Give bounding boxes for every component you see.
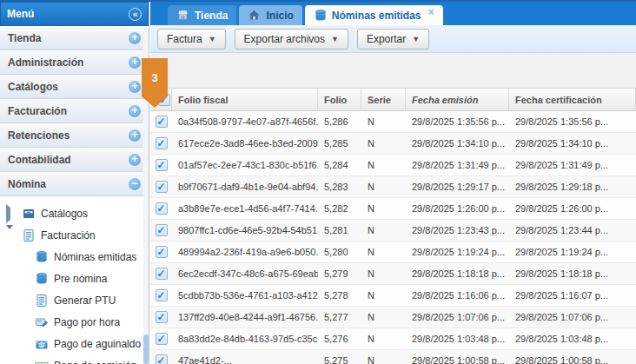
expand-section-icon[interactable]: + bbox=[129, 129, 141, 142]
cell-fecha_certificacion: 29/8/2025 1:35:56 p... bbox=[509, 116, 636, 127]
cell-folio_fiscal: 9807ffc1-cd6e-46e5-92b4-54b51... bbox=[172, 225, 318, 235]
tree-item-pago-de-comisión[interactable]: Pago de comisión bbox=[0, 354, 149, 364]
chevron-right-icon[interactable] bbox=[6, 208, 15, 220]
tree-item-generar-ptu[interactable]: Generar PTU bbox=[0, 289, 149, 311]
document-icon bbox=[35, 294, 49, 308]
cell-folio: 5,276 bbox=[318, 334, 361, 344]
column-header-folio[interactable]: Folio bbox=[318, 89, 361, 110]
cell-folio_fiscal: a3b89e7e-ece1-4d56-a4f7-7414... bbox=[172, 203, 318, 214]
table-row[interactable]: ✓489994a2-236f-419a-a9e6-b050...5,280N29… bbox=[150, 242, 636, 263]
table-row[interactable]: ✓9807ffc1-cd6e-46e5-92b4-54b51...5,281N2… bbox=[150, 220, 636, 242]
grid-body: ✓0a34f508-9797-4e07-a87f-4656f...5,286N2… bbox=[150, 111, 636, 364]
row-checkbox[interactable]: ✓ bbox=[156, 224, 168, 236]
cell-folio_fiscal: 617ece2e-3ad8-46ee-b3ed-2009... bbox=[172, 138, 318, 149]
table-row[interactable]: ✓617ece2e-3ad8-46ee-b3ed-2009...5,285N29… bbox=[150, 133, 636, 155]
cell-serie: N bbox=[361, 182, 406, 192]
tab-tienda[interactable]: Tienda bbox=[168, 5, 236, 25]
tab-nóminas-emitidas[interactable]: Nóminas emitidas× bbox=[305, 5, 443, 25]
tree-item-pago-de-aguinaldo[interactable]: $Pago de aguinaldo bbox=[0, 333, 149, 354]
cell-fecha_certificacion: 29/8/2025 1:34:10 p... bbox=[509, 138, 636, 149]
row-checkbox[interactable]: ✓ bbox=[156, 354, 168, 364]
cell-folio_fiscal: 6ec2ecdf-347c-48c6-a675-69eab... bbox=[172, 268, 318, 279]
sidebar-section-label: Administración bbox=[8, 56, 83, 69]
expand-section-icon[interactable]: + bbox=[129, 56, 141, 69]
table-row[interactable]: ✓b9f70671-daf9-4b1e-9e04-abf94...5,283N2… bbox=[150, 176, 636, 198]
row-checkbox[interactable]: ✓ bbox=[156, 202, 168, 215]
toolbar-button-label: Exportar archivos bbox=[244, 33, 325, 45]
row-checkbox-cell: ✓ bbox=[150, 181, 172, 193]
dropdown-caret-icon: ▼ bbox=[209, 35, 216, 43]
row-checkbox[interactable]: ✓ bbox=[156, 333, 168, 345]
tree-item-label: Generar PTU bbox=[54, 295, 116, 307]
expand-section-icon[interactable]: + bbox=[129, 154, 141, 166]
sidebar-section-label: Nómina bbox=[8, 178, 46, 190]
annotation-badge-3: 3 bbox=[142, 58, 168, 108]
table-row[interactable]: ✓01af57ec-2ee7-43c1-830c-b51f6...5,284N2… bbox=[150, 155, 636, 176]
cell-folio: 5,283 bbox=[318, 182, 361, 192]
cell-folio_fiscal: 47ae41d2-... bbox=[172, 355, 318, 364]
row-checkbox[interactable]: ✓ bbox=[156, 268, 168, 280]
cell-folio: 5,275 bbox=[318, 355, 361, 364]
column-header-fecha-certificación[interactable]: Fecha certificación bbox=[509, 89, 636, 110]
cell-folio_fiscal: b9f70671-daf9-4b1e-9e04-abf94... bbox=[172, 182, 318, 192]
tab-label: Tienda bbox=[195, 10, 228, 22]
cell-fecha_certificacion: 29/8/2025 1:26:00 p... bbox=[509, 203, 636, 214]
exportar-archivos-button[interactable]: Exportar archivos▼ bbox=[235, 29, 348, 50]
column-header-folio-fiscal[interactable]: Folio fiscal bbox=[172, 89, 318, 110]
cell-fecha_certificacion: 29/8/2025 1:19:24 p... bbox=[509, 247, 636, 257]
cell-fecha_emision: 29/8/2025 1:26:00 p... bbox=[406, 203, 509, 214]
sidebar-section-contabilidad[interactable]: Contabilidad+ bbox=[0, 148, 149, 172]
collapse-section-icon[interactable]: − bbox=[129, 178, 141, 190]
close-tab-icon[interactable]: × bbox=[428, 6, 434, 18]
document-icon bbox=[22, 228, 36, 242]
factura-button[interactable]: Factura▼ bbox=[157, 29, 226, 50]
cell-folio: 5,278 bbox=[318, 290, 361, 301]
tab-bar: TiendaInicioNóminas emitidas× bbox=[150, 2, 636, 25]
cell-fecha_emision: 29/8/2025 1:16:06 p... bbox=[406, 290, 509, 301]
cell-folio: 5,282 bbox=[318, 203, 361, 214]
tree-item-pre-nómina[interactable]: Pre nómina bbox=[0, 268, 149, 289]
tree-item-pago-por-hora[interactable]: Pago por hora bbox=[0, 311, 149, 333]
table-row[interactable]: ✓8a83dd2e-84db-4163-97d5-c35c...5,276N29… bbox=[150, 328, 636, 350]
tab-inicio[interactable]: Inicio bbox=[239, 5, 301, 25]
tree-item-facturación[interactable]: Facturación bbox=[0, 224, 149, 246]
sidebar-scrollbar-thumb[interactable] bbox=[143, 334, 149, 364]
column-header-serie[interactable]: Serie bbox=[361, 89, 406, 110]
cell-fecha_emision: 29/8/2025 1:00:58 p... bbox=[406, 355, 509, 364]
row-checkbox[interactable]: ✓ bbox=[156, 181, 168, 193]
dropdown-caret-icon: ▼ bbox=[412, 35, 420, 43]
table-row[interactable]: ✓137ff2d9-40e8-4244-a9f1-46756...5,277N2… bbox=[150, 307, 636, 328]
tree-item-label: Facturación bbox=[41, 229, 96, 242]
expand-section-icon[interactable]: + bbox=[129, 81, 141, 93]
row-checkbox[interactable]: ✓ bbox=[156, 311, 168, 323]
table-row[interactable]: ✓0a34f508-9797-4e07-a87f-4656f...5,286N2… bbox=[150, 111, 636, 133]
row-checkbox-cell: ✓ bbox=[150, 224, 172, 236]
sidebar-section-tienda[interactable]: Tienda+ bbox=[0, 26, 149, 50]
row-checkbox[interactable]: ✓ bbox=[156, 159, 168, 171]
row-checkbox-cell: ✓ bbox=[150, 137, 172, 149]
sidebar-section-retenciones[interactable]: Retenciones+ bbox=[0, 123, 149, 148]
sidebar-section-catálogos[interactable]: Catálogos+ bbox=[0, 75, 149, 99]
table-row[interactable]: ✓6ec2ecdf-347c-48c6-a675-69eab...5,279N2… bbox=[150, 263, 636, 285]
cell-folio_fiscal: 137ff2d9-40e8-4244-a9f1-46756... bbox=[172, 312, 318, 322]
exportar-button[interactable]: Exportar▼ bbox=[357, 29, 429, 50]
table-row[interactable]: ✓a3b89e7e-ece1-4d56-a4f7-7414...5,282N29… bbox=[150, 198, 636, 220]
cell-serie: N bbox=[361, 225, 406, 235]
expand-section-icon[interactable]: + bbox=[129, 105, 141, 117]
row-checkbox[interactable]: ✓ bbox=[156, 137, 168, 149]
expand-section-icon[interactable]: + bbox=[129, 32, 141, 44]
sidebar-section-facturación[interactable]: Facturación+ bbox=[0, 99, 149, 123]
sidebar-collapse-icon[interactable]: « bbox=[129, 8, 142, 21]
table-row[interactable]: ✓47ae41d2-...5,275N29/8/2025 1:00:58 p..… bbox=[150, 350, 636, 364]
chevron-down-icon[interactable] bbox=[6, 229, 15, 242]
row-checkbox[interactable]: ✓ bbox=[156, 116, 168, 128]
tree-item-catálogos[interactable]: Catálogos bbox=[0, 202, 149, 224]
row-checkbox[interactable]: ✓ bbox=[156, 289, 168, 301]
sidebar-section-administración[interactable]: Administración+ bbox=[0, 50, 149, 75]
row-checkbox[interactable]: ✓ bbox=[156, 246, 168, 258]
column-header-fecha-emisión[interactable]: Fecha emisión bbox=[406, 89, 509, 110]
sidebar-section-nómina[interactable]: Nómina− bbox=[0, 172, 149, 196]
table-row[interactable]: ✓5cdbb73b-536e-4761-a103-a412...5,278N29… bbox=[150, 285, 636, 307]
cell-fecha_emision: 29/8/2025 1:19:24 p... bbox=[406, 247, 509, 257]
tree-item-nóminas-emitidas[interactable]: Nóminas emitidas bbox=[0, 246, 149, 268]
